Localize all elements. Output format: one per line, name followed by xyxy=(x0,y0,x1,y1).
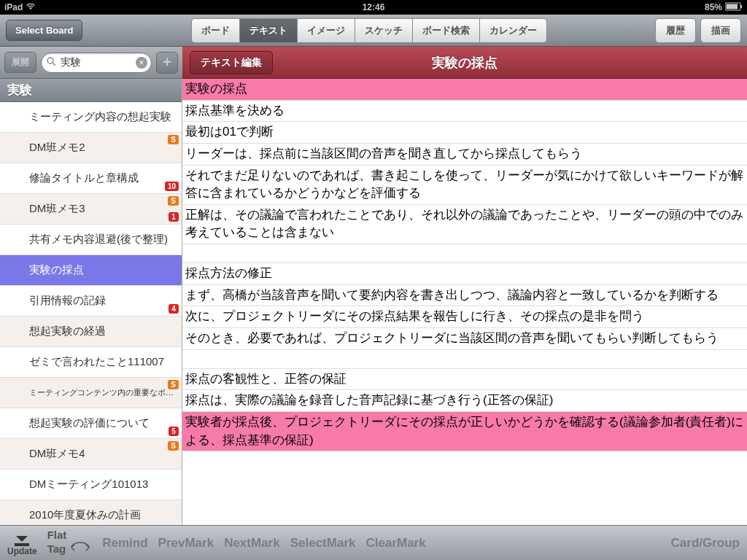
add-button[interactable]: + xyxy=(156,52,178,74)
sidebar-toolbar: 展開 × + xyxy=(0,47,182,79)
s-badge: S xyxy=(168,135,179,144)
status-bar: iPad 12:46 85% xyxy=(0,0,747,15)
seg-btn-4[interactable]: ボード検索 xyxy=(412,18,479,43)
list-item[interactable]: 引用情報の記録4 xyxy=(0,286,182,316)
s-badge: S xyxy=(168,441,179,451)
content-row[interactable]: 採点方法の修正 xyxy=(182,263,747,285)
battery-icon xyxy=(725,2,743,13)
select-board-button[interactable]: Select Board xyxy=(6,20,82,41)
remind-button[interactable]: Remind xyxy=(102,536,147,551)
wifi-icon xyxy=(26,2,36,12)
seg-btn-0[interactable]: ボード xyxy=(191,18,239,43)
svg-rect-1 xyxy=(726,4,738,9)
secondary-bar: 展開 × + テキスト編集 実験の採点 xyxy=(0,47,747,79)
count-badge: 1 xyxy=(169,212,179,222)
cardgroup-button[interactable]: Card/Group xyxy=(671,536,740,551)
count-badge: 10 xyxy=(165,182,179,191)
sidebar: 実験 ミーティング内容の想起実験DM班メモ2S修論タイトルと章構成10DM班メモ… xyxy=(0,79,182,525)
list-item[interactable]: 実験の採点 xyxy=(0,255,182,286)
content-row[interactable]: 実験者が採点後、プロジェクトリーダにその採点が正しいかどうかを確認する(議論参加… xyxy=(182,412,747,451)
bottom-toolbar: Update Flat Tag Remind PrevMark NextMark… xyxy=(0,525,747,560)
nextmark-button[interactable]: NextMark xyxy=(224,536,280,551)
content-row[interactable] xyxy=(182,244,747,263)
list-item[interactable]: DMミーティング101013 xyxy=(0,470,182,500)
list-item[interactable]: 共有メモ内容退避(後で整理) xyxy=(0,225,182,255)
segment-control: ボードテキストイメージスケッチボード検索カレンダー xyxy=(191,18,547,43)
svg-line-4 xyxy=(53,63,55,66)
list-item[interactable]: 2010年度夏休みの計画 xyxy=(0,500,182,525)
status-time: 12:46 xyxy=(250,2,496,12)
selectmark-button[interactable]: SelectMark xyxy=(290,536,356,551)
list-item[interactable]: DM班メモ3S1 xyxy=(0,194,182,225)
clear-icon[interactable]: × xyxy=(136,57,147,69)
list-item[interactable]: DM班メモ2S xyxy=(0,133,182,163)
content-header-row[interactable]: 実験の採点 xyxy=(182,79,747,101)
flat-label: Flat xyxy=(47,529,67,542)
content-pane: 実験の採点採点基準を決める最初は01で判断リーダーは、採点前に当該区間の音声を聞… xyxy=(182,79,747,525)
content-row[interactable]: リーダーは、採点前に当該区間の音声を聞き直してから採点してもらう xyxy=(182,144,747,166)
seg-btn-3[interactable]: スケッチ xyxy=(355,18,412,43)
tag-label: Tag xyxy=(47,543,66,556)
flat-tag-toggle[interactable]: Flat Tag xyxy=(47,529,93,557)
svg-rect-2 xyxy=(740,5,742,8)
content-row[interactable]: それでまだ足りないのであれば、書き起こしを使って、リーダーが気にかけて欲しいキー… xyxy=(182,166,747,205)
draw-button[interactable]: 描画 xyxy=(700,18,741,43)
list-item[interactable]: 想起実験の経過 xyxy=(0,316,182,347)
content-row[interactable]: そのとき、必要であれば、プロジェクトリーダに当該区間の音声を聞いてもらい判断して… xyxy=(182,328,747,350)
text-edit-button[interactable]: テキスト編集 xyxy=(190,51,273,74)
seg-btn-1[interactable]: テキスト xyxy=(239,18,297,43)
expand-button[interactable]: 展開 xyxy=(4,52,36,73)
seg-btn-2[interactable]: イメージ xyxy=(297,18,355,43)
s-badge: S xyxy=(168,196,179,206)
search-icon xyxy=(47,56,56,69)
sidebar-header: 実験 xyxy=(0,79,182,102)
content-row[interactable]: 採点は、実際の議論を録音した音声記録に基づき行う(正答の保証) xyxy=(182,390,747,412)
list-item[interactable]: ミーティング内容の想起実験 xyxy=(0,102,182,133)
search-wrap: × xyxy=(41,52,152,73)
history-button[interactable]: 履歴 xyxy=(655,18,696,43)
list-item[interactable]: 想起実験の評価について5 xyxy=(0,408,182,439)
content-row[interactable]: まず、高橋が当該音声を聞いて要約内容を書き出しつつ、議論内容と一致しているかを判… xyxy=(182,285,747,307)
list-item[interactable]: DM班メモ4S xyxy=(0,439,182,470)
content-row[interactable]: 正解は、その議論で言われたことであり、それ以外の議論であったことや、リーダーの頭… xyxy=(182,205,747,244)
content-header-bar: テキスト編集 実験の採点 xyxy=(182,47,747,79)
content-row[interactable]: 最初は01で判断 xyxy=(182,122,747,144)
content-row[interactable]: 採点基準を決める xyxy=(182,101,747,122)
seg-btn-5[interactable]: カレンダー xyxy=(479,18,547,43)
content-row[interactable]: 採点の客観性と、正答の保証 xyxy=(182,369,747,391)
list-item[interactable]: 修論タイトルと章構成10 xyxy=(0,163,182,194)
clearmark-button[interactable]: ClearMark xyxy=(365,536,425,551)
top-toolbar: Select Board ボードテキストイメージスケッチボード検索カレンダー 履… xyxy=(0,15,747,47)
prevmark-button[interactable]: PrevMark xyxy=(158,536,214,551)
count-badge: 5 xyxy=(169,427,179,436)
count-badge: 4 xyxy=(169,304,179,314)
update-label: Update xyxy=(7,546,37,556)
svg-point-3 xyxy=(47,58,53,63)
list-item[interactable]: ゼミで言われたこと111007 xyxy=(0,347,182,378)
content-row[interactable]: 次に、プロジェクトリーダにその採点結果を報告しに行き、その採点の是非を問う xyxy=(182,306,747,328)
device-label: iPad xyxy=(4,2,23,12)
list-item[interactable]: ミーティングコンテンツ内の重要なボード要素S xyxy=(0,378,182,408)
cycle-icon xyxy=(69,541,92,557)
s-badge: S xyxy=(168,380,179,389)
update-button[interactable]: Update xyxy=(7,530,37,556)
main-area: 実験 ミーティング内容の想起実験DM班メモ2S修論タイトルと章構成10DM班メモ… xyxy=(0,79,747,525)
content-row[interactable] xyxy=(182,350,747,369)
sidebar-list: ミーティング内容の想起実験DM班メモ2S修論タイトルと章構成10DM班メモ3S1… xyxy=(0,102,182,525)
battery-percent: 85% xyxy=(705,2,722,12)
